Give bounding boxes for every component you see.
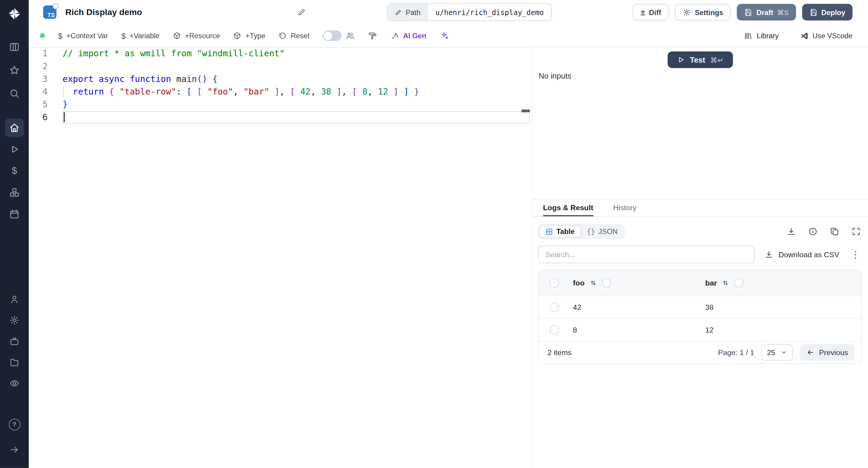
play-icon [677,56,685,64]
table-menu-button[interactable]: ⋮ [849,250,862,259]
view-table-label: Table [556,227,575,236]
reset-button[interactable]: Reset [278,32,310,40]
test-label: Test [690,56,705,64]
sidebar-collapse-button[interactable] [5,440,24,459]
search-icon [9,88,20,99]
previous-page-button[interactable]: Previous [800,344,855,361]
select-all-checkbox[interactable] [550,278,559,288]
chevron-down-icon [781,349,787,356]
code-editor[interactable]: 123456 // import * as wmill from "windmi… [29,47,532,468]
row-checkbox[interactable] [550,302,559,312]
sidebar-item-search[interactable] [5,84,24,103]
result-action-icons [786,227,862,236]
editor-toolbar: $ +Context Var $ +Variable +Resource +Ty… [29,24,868,47]
line-number: 5 [29,98,48,111]
editor-cursor [64,112,64,122]
path-pill[interactable]: Path u/henri/rich_display_demo [387,3,552,21]
sidebar-item-resources[interactable] [5,183,24,202]
column-header-bar[interactable]: bar [705,279,717,287]
view-json-button[interactable]: {} JSON [581,225,624,238]
sidebar-item-variables[interactable]: $ [5,161,24,180]
copy-icon[interactable] [830,227,839,236]
help-icon: ? [8,418,20,430]
test-button[interactable]: Test ⌘↵ [668,52,733,68]
header-buttons: ± Diff Settings Draft ⌘S [633,4,852,21]
sidebar-item-settings[interactable] [5,311,24,330]
sort-icon[interactable] [722,279,729,287]
sidebar-group-bottom: ? [5,415,24,463]
add-variable-button[interactable]: $ +Variable [121,31,159,40]
download-icon[interactable] [786,227,796,236]
package-icon [173,32,181,40]
column-bar-checkbox[interactable] [734,278,744,288]
sidebar-group-admin [5,290,24,393]
page-size-select[interactable]: 25 [761,344,793,361]
add-type-button[interactable]: +Type [233,32,265,40]
sort-icon[interactable] [590,279,597,287]
add-resource-button[interactable]: +Resource [173,32,220,40]
draft-button[interactable]: Draft ⌘S [737,4,796,21]
tab-history[interactable]: History [613,200,637,216]
main-column: TS Rich Display demo Path u/henri/rich_d… [29,0,868,468]
code-line[interactable] [63,111,532,124]
deploy-button[interactable]: Deploy [802,4,852,21]
code-line[interactable] [63,60,532,73]
table-row[interactable]: 8 12 [538,318,861,341]
sidebar-item-favorites[interactable] [5,61,24,79]
library-button[interactable]: Library [744,31,779,40]
row-checkbox[interactable] [550,325,559,334]
code-line[interactable]: // import * as wmill from "windmill-clie… [63,47,532,60]
diff-mode-toggle[interactable] [323,30,355,41]
code-line[interactable]: export async function main() { [63,73,532,86]
ai-sparkle-button[interactable] [440,31,449,40]
sidebar-item-help[interactable]: ? [5,415,24,434]
eye-icon [9,378,19,388]
briefcase-icon [9,336,19,346]
sidebar-item-apps[interactable] [5,38,24,56]
download-icon [765,250,773,259]
previous-label: Previous [819,348,848,357]
sidebar-item-workers[interactable] [5,332,24,350]
star-icon [9,65,20,76]
diff-button[interactable]: ± Diff [633,4,669,21]
rename-button[interactable] [297,8,306,16]
windmill-logo[interactable] [7,7,22,21]
expand-icon[interactable] [851,227,861,236]
download-csv-button[interactable]: Download as CSV [765,250,839,259]
sidebar-item-users[interactable] [5,290,24,308]
search-input[interactable] [538,246,755,264]
run-section: Test ⌘↵ No inputs [532,47,868,199]
sidebar-item-schedules[interactable] [5,205,24,224]
code-line[interactable]: return { "table-row": [ [ "foo", "bar" ]… [63,86,532,98]
format-button[interactable] [368,31,377,40]
editor-scrollbar-thumb[interactable] [521,110,530,112]
right-panel: Test ⌘↵ No inputs Logs & Result History [532,47,868,468]
add-context-var-button[interactable]: $ +Context Var [58,31,108,40]
cell-foo: 42 [573,303,581,311]
language-badge-dot [53,3,59,9]
sidebar-item-runs[interactable] [5,140,24,159]
play-icon [9,144,20,155]
users-icon [345,31,355,40]
info-icon[interactable] [808,227,818,236]
json-braces-icon: {} [587,227,595,236]
ai-gen-button[interactable]: AI Gen [390,31,426,40]
sidebar: $ [0,0,29,468]
sidebar-item-home[interactable] [5,119,24,137]
path-label-section: Path [387,4,428,21]
tab-logs-result[interactable]: Logs & Result [543,200,593,216]
draft-shortcut: ⌘S [777,8,788,16]
settings-button[interactable]: Settings [675,4,731,21]
save-icon [809,8,818,16]
use-vscode-button[interactable]: Use VScode [800,31,852,40]
line-number: 3 [29,73,48,86]
view-table-button[interactable]: Table [539,225,581,238]
path-value: u/henri/rich_display_demo [428,8,552,16]
sidebar-item-audit-logs[interactable] [5,374,24,393]
sidebar-item-folders[interactable] [5,353,24,372]
plus-minus-icon: ± [641,8,645,16]
code-line[interactable]: } [63,98,532,111]
column-foo-checkbox[interactable] [602,278,611,288]
table-row[interactable]: 42 38 [538,295,861,318]
column-header-foo[interactable]: foo [573,279,585,287]
